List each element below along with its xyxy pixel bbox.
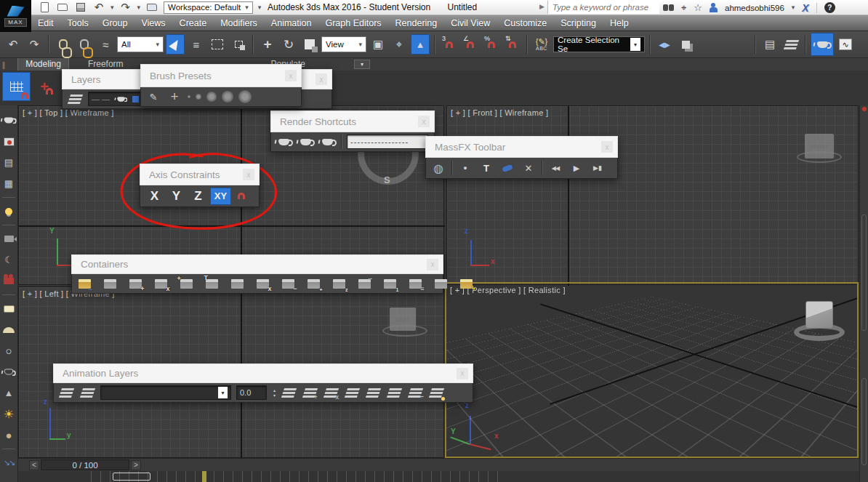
pivot-snap-button[interactable]: + bbox=[34, 73, 59, 100]
material-ring-button[interactable]: ○ bbox=[1, 340, 17, 361]
add-animation-layer-button[interactable]: + bbox=[302, 385, 318, 401]
axis-constraints-titlebar[interactable]: Axis Constraints x bbox=[140, 164, 260, 185]
brush-size-5-button[interactable] bbox=[238, 90, 252, 103]
layer-weight-field[interactable]: 0.0 bbox=[236, 385, 267, 400]
sunlight-button[interactable]: ☀ bbox=[1, 403, 17, 425]
spinner-down-icon[interactable]: ▾ bbox=[273, 393, 276, 398]
spinner-snap-toggle-button[interactable]: ⇅ bbox=[503, 34, 522, 55]
brush-size-2-button[interactable] bbox=[196, 94, 201, 100]
menu-edit[interactable]: Edit bbox=[38, 18, 54, 28]
enable-animation-layers-button[interactable] bbox=[58, 385, 74, 401]
menu-scripting[interactable]: Scripting bbox=[560, 18, 596, 28]
material-sphere-button[interactable]: ● bbox=[1, 425, 17, 446]
layer-color-swatch[interactable] bbox=[132, 96, 139, 103]
time-slider-handle[interactable] bbox=[202, 471, 206, 482]
massfx-tools-button[interactable]: ◍ bbox=[430, 160, 446, 176]
close-icon[interactable]: x bbox=[243, 169, 254, 180]
redo-scene-button[interactable]: ↷ bbox=[25, 34, 44, 55]
edit-named-selection-sets-button[interactable]: {✎}ABC bbox=[532, 34, 551, 55]
help-button[interactable]: ? bbox=[824, 2, 835, 13]
workspace-dropdown[interactable]: Workspace: Default ▾ bbox=[164, 1, 253, 14]
constraint-button[interactable] bbox=[499, 160, 515, 176]
exchange-apps-icon[interactable]: X bbox=[802, 2, 808, 14]
mcloth-button[interactable]: T bbox=[478, 160, 494, 176]
communication-center-icon[interactable]: ⌖ bbox=[681, 3, 686, 12]
menu-civil-view[interactable]: Civil View bbox=[451, 18, 490, 28]
redo-button[interactable]: ↷ bbox=[119, 1, 132, 13]
curve-editor-button[interactable]: ∿ bbox=[836, 34, 855, 55]
keyboard-shortcut-override-button[interactable]: ▴ bbox=[411, 34, 430, 55]
next-frame-button[interactable]: > bbox=[131, 460, 141, 470]
perspective-viewcube[interactable] bbox=[805, 301, 833, 329]
brush-size-4-button[interactable] bbox=[222, 91, 233, 103]
toggle-scene-explorer-button[interactable]: ▤ bbox=[760, 34, 779, 55]
username-label[interactable]: ahmedsobhi596 bbox=[725, 4, 784, 12]
close-icon[interactable]: x bbox=[601, 141, 613, 153]
copy-animation-layer-button[interactable] bbox=[344, 385, 360, 401]
select-by-name-button[interactable]: ≡ bbox=[187, 34, 206, 55]
bind-to-space-warp-button[interactable]: ≈ bbox=[96, 34, 115, 55]
max-logo[interactable]: MAX bbox=[0, 0, 31, 32]
unload-container-button[interactable]: − bbox=[280, 276, 296, 292]
layer-weight-spinner[interactable]: ▴ ▾ bbox=[273, 388, 276, 398]
animation-layers-titlebar[interactable]: Animation Layers x bbox=[53, 363, 473, 383]
rectangular-selection-region-button[interactable] bbox=[208, 34, 227, 55]
undo-scene-button[interactable]: ↶ bbox=[4, 34, 23, 55]
disable-animation-layer-button[interactable] bbox=[428, 385, 444, 401]
render-preset-a-button[interactable] bbox=[276, 134, 292, 150]
restrict-x-button[interactable]: X bbox=[145, 188, 164, 205]
save-container-button[interactable]: T bbox=[204, 276, 220, 292]
ribbon-minimize-button[interactable]: ▾ bbox=[354, 60, 370, 69]
menu-tools[interactable]: Tools bbox=[68, 18, 89, 28]
save-as-version-button[interactable]: 1 bbox=[382, 276, 398, 292]
percent-snap-toggle-button[interactable]: % bbox=[482, 34, 501, 55]
menu-modifiers[interactable]: Modifiers bbox=[220, 18, 257, 28]
angle-snap-toggle-button[interactable]: ∠ bbox=[461, 34, 480, 55]
mirror-button[interactable]: ◀▶ bbox=[655, 34, 674, 55]
grid-snap-button[interactable] bbox=[2, 72, 31, 101]
dynamic-rigid-body-button[interactable]: ● bbox=[457, 160, 473, 176]
close-container-button[interactable]: x bbox=[254, 276, 270, 292]
delete-animation-layer-button[interactable]: x bbox=[323, 385, 339, 401]
environment-moon-button[interactable]: ☾ bbox=[1, 249, 17, 270]
viewport-front[interactable]: [ + ] [ Front ] [ Wireframe ] FRONT z x bbox=[446, 105, 859, 285]
paste-active-layer-button[interactable] bbox=[365, 385, 381, 401]
menu-create[interactable]: Create bbox=[180, 18, 207, 28]
parameter-sheet-button[interactable]: ▤ bbox=[1, 152, 17, 173]
scatter-arrows-button[interactable]: ↘↘ bbox=[1, 452, 17, 473]
window-crossing-toggle-button[interactable] bbox=[229, 34, 248, 55]
paste-new-layer-button[interactable] bbox=[386, 385, 402, 401]
restrict-y-button[interactable]: Y bbox=[166, 188, 186, 205]
ragdoll-button[interactable]: ✕ bbox=[521, 160, 537, 176]
render-preset-dropdown[interactable]: - - - - - - - - - - - - - - - - - bbox=[347, 134, 428, 149]
previous-frame-button[interactable]: < bbox=[29, 460, 39, 470]
brush-preset-manager-button[interactable]: ✎ bbox=[145, 89, 161, 105]
layer-explorer-button[interactable] bbox=[67, 91, 83, 107]
reset-simulation-button[interactable]: ◀◀ bbox=[547, 160, 563, 176]
collapsed-panel-slot[interactable] bbox=[861, 214, 867, 331]
material-dome-button[interactable] bbox=[1, 319, 17, 340]
inherit-container-button[interactable]: → bbox=[76, 276, 92, 292]
snaps-toggle-button[interactable]: 3 bbox=[440, 34, 459, 55]
new-file-button[interactable] bbox=[38, 1, 51, 13]
make-preview-button[interactable] bbox=[1, 270, 17, 292]
open-file-button[interactable] bbox=[56, 1, 69, 13]
brush-presets-titlebar[interactable]: Brush Presets x bbox=[140, 64, 302, 87]
select-and-rotate-button[interactable]: ↻ bbox=[279, 34, 298, 55]
material-cone-button[interactable]: ▲ bbox=[1, 382, 17, 403]
render-preset-b-button[interactable] bbox=[297, 134, 314, 150]
undo-caret-icon[interactable]: ▾ bbox=[110, 4, 114, 11]
undo-button[interactable]: ↶ bbox=[92, 1, 105, 13]
redo-caret-icon[interactable]: ▾ bbox=[137, 4, 141, 11]
rendered-frame-window-button[interactable] bbox=[1, 131, 17, 152]
update-container-button[interactable]: + bbox=[305, 276, 321, 292]
close-icon[interactable]: x bbox=[316, 73, 327, 85]
track-bar-range-handle[interactable] bbox=[113, 473, 150, 481]
render-preset-c-button[interactable] bbox=[319, 134, 336, 150]
track-bar[interactable] bbox=[18, 471, 868, 482]
save-file-button[interactable] bbox=[74, 1, 87, 13]
animation-layer-properties-button[interactable] bbox=[281, 385, 297, 401]
close-icon[interactable]: x bbox=[285, 70, 297, 81]
start-simulation-button[interactable]: ▶ bbox=[568, 160, 584, 176]
viewport-top-label[interactable]: [ + ] [ Top ] [ Wireframe ] bbox=[23, 108, 114, 117]
